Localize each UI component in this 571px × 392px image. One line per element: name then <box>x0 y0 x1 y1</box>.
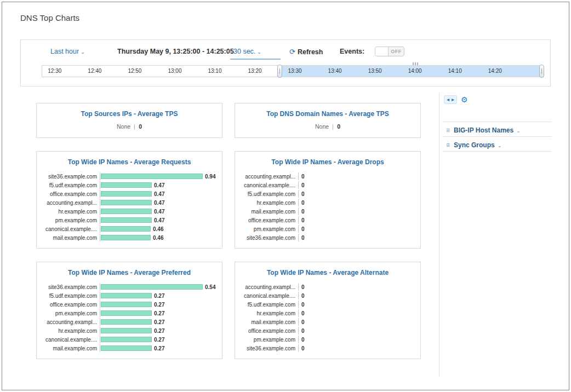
chart-bar-area: 0.46 <box>100 234 163 241</box>
gear-icon[interactable]: ⚙ <box>461 95 468 104</box>
events-toggle[interactable]: OFF <box>375 47 404 56</box>
chart-bar-area: 0.94 <box>100 172 215 180</box>
bar-track <box>101 200 152 205</box>
bar-value: 0.27 <box>154 337 164 343</box>
time-range-dropdown[interactable]: Last hour⌄ <box>50 48 85 55</box>
caret-down-icon: ⌄ <box>498 143 502 148</box>
refresh-button[interactable]: ⟳Refresh <box>289 48 323 56</box>
events-label: Events: <box>340 48 364 55</box>
bar-value: 0.46 <box>153 235 163 241</box>
chart-bar-area: 0.27 <box>100 309 164 317</box>
chart-row-label: canonical.example.... <box>42 226 100 232</box>
timeline-tick-label: 14:10 <box>448 66 462 77</box>
chart-bar-area: 0 <box>298 344 305 352</box>
timeline-tick-label: 14:20 <box>488 66 502 77</box>
chart-bar-area: 0 <box>298 283 305 291</box>
chart-row-label: site36.example.com <box>241 235 298 241</box>
bar-value: 0 <box>301 226 305 232</box>
bar-track <box>101 235 151 240</box>
chart-row-label: site36.example.com <box>42 174 100 180</box>
bar-value: 0 <box>301 284 305 290</box>
chart-row: canonical.example....0.46 <box>42 225 216 233</box>
bar-value: 0.94 <box>205 174 215 180</box>
bar <box>101 174 203 179</box>
bar-value: 0.47 <box>154 209 164 215</box>
empty-value: 0 <box>337 123 340 130</box>
chart-row: mail.example.com0 <box>241 207 415 215</box>
chart-row: accounting.exampl...0.47 <box>42 199 216 206</box>
chart-row-label: f5.udf.example.com <box>42 182 100 188</box>
bar-value: 0.27 <box>154 293 164 299</box>
chart-row: site36.example.com0 <box>241 344 415 352</box>
chart-row-label: office.example.com <box>42 302 100 308</box>
chart-bar-area: 0 <box>298 172 305 180</box>
chart-bar-area: 0 <box>298 199 305 206</box>
interval-dropdown[interactable]: 30 sec.⌄ <box>233 48 261 55</box>
chart-row: hr.example.com0.27 <box>42 327 216 335</box>
caret-down-icon: ⌄ <box>257 49 261 55</box>
chart-bar-area: 0 <box>298 301 305 308</box>
bar-value: 0.46 <box>153 226 163 232</box>
chart-row-label: pm.example.com <box>241 337 298 343</box>
timeline-tick-label: 12:40 <box>88 66 101 77</box>
selection-left-handle[interactable] <box>277 65 282 78</box>
chart-row: pm.example.com0.27 <box>42 309 216 317</box>
chart-row: canonical.example....0 <box>241 181 415 189</box>
chart-row: mail.example.com0 <box>241 318 415 326</box>
bar-value: 0 <box>301 200 305 206</box>
bar-value: 0.27 <box>154 319 164 325</box>
chart-row-label: mail.example.com <box>42 345 100 351</box>
chart-bar-area: 0 <box>298 225 305 233</box>
time-period-label: Thursday May 9, 13:25:00 - 14:25:05 <box>117 48 234 55</box>
bar-value: 0 <box>301 310 305 316</box>
chart-bar-area: 0 <box>298 336 305 343</box>
bar <box>101 284 203 290</box>
bar-track <box>101 337 152 342</box>
caret-down-icon: ⌄ <box>81 49 85 55</box>
chart-title: Top Wide IP Names - Average Requests <box>42 156 216 171</box>
bar-track <box>101 191 152 197</box>
bar-value: 0.47 <box>154 182 164 188</box>
bar-value: 0.47 <box>154 191 164 197</box>
bar-value: 0 <box>301 328 305 334</box>
chart-row: f5.udf.example.com0 <box>241 301 415 308</box>
bar-value: 0 <box>301 174 305 180</box>
bar-value: 0.27 <box>154 345 164 351</box>
chart-title: Top Wide IP Names - Average Alternate <box>241 267 415 282</box>
timeline-tick-label: 13:20 <box>248 66 262 77</box>
chart-row: site36.example.com0.54 <box>42 283 216 291</box>
chart-panel: Top Wide IP Names - Average Dropsaccount… <box>235 151 421 249</box>
chart-row-label: mail.example.com <box>241 209 298 215</box>
chart-row-label: hr.example.com <box>42 209 100 215</box>
sidebar-panel-header[interactable]: ≡BIG-IP Host Names⌄ <box>443 122 551 137</box>
bar-track <box>101 345 152 351</box>
chart-bar-area: 0 <box>298 190 305 198</box>
sidebar-panel-list: ≡BIG-IP Host Names⌄≡Sync Groups⌄ <box>443 122 551 152</box>
chart-row-label: hr.example.com <box>241 200 298 206</box>
timeline[interactable]: 12:3012:4012:5013:0013:1013:2013:3013:40… <box>42 65 543 77</box>
bar-value: 0 <box>301 191 305 197</box>
bar <box>101 182 152 188</box>
chart-row-label: accounting.exampl... <box>241 284 298 290</box>
chart-row: pm.example.com0.47 <box>42 216 216 224</box>
chart-row-label: f5.udf.example.com <box>42 293 100 299</box>
chart-row-label: canonical.example.... <box>42 337 100 343</box>
chart-row: accounting.exampl...0 <box>241 172 415 180</box>
chart-row: f5.udf.example.com0.27 <box>42 292 216 299</box>
chart-row: office.example.com0.47 <box>42 190 216 198</box>
caret-down-icon: ⌄ <box>516 128 521 134</box>
interval-value: 30 sec. <box>233 48 255 55</box>
timeline-tick-label: 13:00 <box>168 66 181 77</box>
chart-bar-area: 0.47 <box>100 190 164 198</box>
chart-row-label: office.example.com <box>241 328 298 334</box>
chart-bar-area: 0.27 <box>100 336 164 343</box>
timeline-tick-label: 13:30 <box>288 66 302 77</box>
bar-track <box>101 310 152 316</box>
chart-bar-area: 0.27 <box>100 292 164 299</box>
dns-top-charts-window: DNS Top Charts Last hour⌄ Thursday May 9… <box>2 2 569 390</box>
chart-row: accounting.exampl...0 <box>241 283 415 291</box>
nav-arrows-button[interactable]: ◂ ▸ <box>444 95 457 104</box>
sidebar-panel-header[interactable]: ≡Sync Groups⌄ <box>443 137 551 152</box>
selection-right-handle[interactable] <box>539 65 544 78</box>
timeline-tick-label: 13:50 <box>368 66 382 77</box>
